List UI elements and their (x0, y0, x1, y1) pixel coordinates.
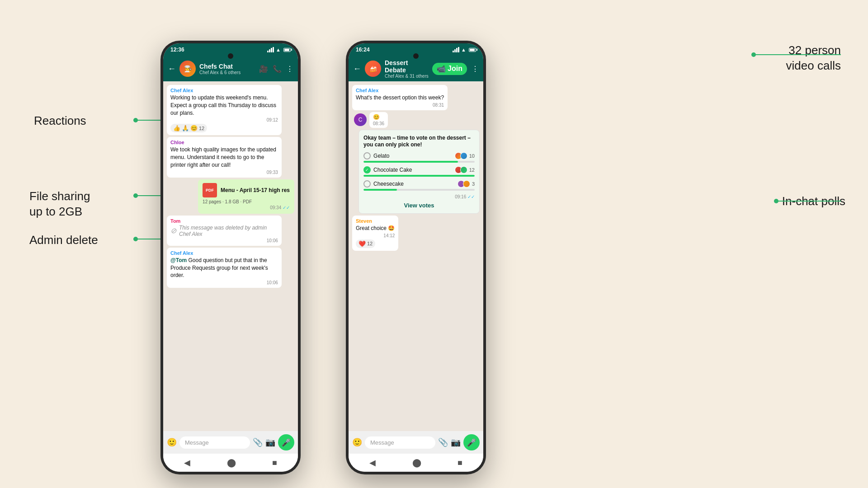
poll-fill-cheesecake (363, 189, 397, 191)
chloe-emoji: 😊 (373, 114, 380, 120)
nav-recents-left[interactable]: ■ (272, 458, 277, 468)
poll-circle-cheesecake (363, 180, 371, 188)
phone-right: 16:24 ▲ (346, 41, 486, 474)
reaction-pray: 🙏 (182, 125, 189, 131)
video-call-icon[interactable]: 🎥 (259, 65, 268, 73)
poll-option-cake[interactable]: ✓ Chocolate Cake 12 (363, 166, 475, 177)
text-steven: Great choice 🤩 (356, 225, 395, 232)
join-button[interactable]: 📹 Join (432, 63, 467, 75)
poll-gelato-count: 10 (469, 153, 475, 159)
reaction-thumbsup: 👍 (173, 125, 180, 131)
message-chef-alex-1: Chef Alex Working to update this weekend… (167, 85, 282, 135)
poll-bar-gelato (363, 161, 475, 163)
wifi-icon-right: ▲ (461, 47, 466, 52)
reaction-row-steven: ❤️ 12 (356, 239, 375, 248)
attach-icon-left[interactable]: 📎 (253, 437, 263, 447)
mic-button-left[interactable]: 🎤 (278, 434, 294, 450)
text-chef-alex-2: @Tom Good question but put that in the P… (170, 257, 278, 279)
menu-icon[interactable]: ⋮ (286, 65, 293, 73)
emoji-icon-right[interactable]: 🙂 (352, 437, 362, 447)
nav-back-left[interactable]: ◀ (184, 458, 190, 468)
status-icons-right: ▲ (453, 47, 476, 52)
phone-call-icon[interactable]: 📞 (273, 65, 282, 73)
message-tom-deleted: Tom ⊘ This message was deleted by admin … (167, 216, 282, 246)
phone-right-device: 16:24 ▲ (346, 41, 486, 474)
chat-subtitle-right: Chef Alex & 31 others (385, 74, 429, 79)
back-button-left[interactable]: ← (168, 64, 176, 74)
poll-option-cheesecake-row: Cheesecake 3 (363, 180, 475, 188)
header-icons-right: 📹 Join ⋮ (432, 63, 479, 75)
poll-bar-cake (363, 175, 475, 177)
mic-button-right[interactable]: 🎤 (463, 434, 480, 450)
nav-recents-right[interactable]: ■ (458, 458, 462, 468)
message-chef-alex-dessert: Chef Alex What's the dessert option this… (352, 85, 448, 110)
poll-circle-gelato (363, 152, 371, 160)
chloe-avatar-small: C (354, 113, 367, 126)
chat-header-right: ← 🍰 Dessert Debate Chef Alex & 31 others… (349, 56, 483, 81)
file-time: 09:34 ✓✓ (203, 205, 290, 210)
chat-name-left: Chefs Chat (199, 63, 255, 70)
poll-tick: ✓✓ (467, 194, 475, 199)
time-chef-alex-2: 10:06 (170, 280, 278, 285)
poll-cake-name: Chocolate Cake (373, 167, 412, 173)
time-steven: 14:12 (356, 233, 395, 238)
chat-input-bar-right: 🙂 Message 📎 📷 🎤 (349, 431, 483, 454)
header-avatar-right: 🍰 (365, 61, 381, 77)
join-video-icon: 📹 (437, 65, 446, 73)
nav-home-left[interactable]: ⬤ (227, 458, 236, 468)
poll-option-gelato-row: Gelato 10 (363, 152, 475, 160)
time-chloe-1: 09:33 (170, 170, 278, 175)
poll-bar-cheesecake (363, 189, 475, 191)
signal-icon (267, 47, 274, 52)
nav-back-right[interactable]: ◀ (369, 458, 376, 468)
poll-avatars-gelato (455, 152, 467, 160)
time-chloe-reaction: 08:36 (373, 121, 384, 126)
phone-left: 12:36 ▲ (160, 41, 301, 474)
camera-icon-right[interactable]: 📷 (451, 437, 461, 447)
emoji-icon-left[interactable]: 🙂 (167, 437, 177, 447)
message-input-left[interactable]: Message (179, 436, 250, 449)
poll-cheesecake-count: 3 (472, 181, 475, 187)
poll-option-cake-left: ✓ Chocolate Cake (363, 166, 412, 174)
chloe-reaction-message: C 😊 08:36 (354, 112, 388, 128)
text-chloe-1: We took high quality images for the upda… (170, 146, 278, 169)
chat-input-bar-left: 🙂 Message 📎 📷 🎤 (163, 431, 298, 454)
header-icons-left: 🎥 📞 ⋮ (259, 65, 293, 73)
sender-steven: Steven (356, 218, 395, 224)
phone-left-device: 12:36 ▲ (160, 41, 301, 474)
phone-right-screen: 16:24 ▲ (349, 43, 483, 472)
view-votes-button[interactable]: View votes (363, 202, 475, 209)
mention-tom: @Tom (170, 257, 187, 263)
chat-subtitle-left: Chef Alex & 6 others (199, 70, 255, 75)
nav-home-right[interactable]: ⬤ (412, 458, 421, 468)
text-chef-alex-1: Working to update this weekend's menu. E… (170, 94, 278, 117)
reaction-count-steven: 12 (367, 241, 373, 246)
camera-notch-left (228, 53, 233, 59)
sender-chloe-1: Chloe (170, 140, 278, 145)
camera-icon-left[interactable]: 📷 (265, 437, 275, 447)
poll-option-gelato[interactable]: Gelato 10 (363, 152, 475, 163)
poll-title: Okay team – time to vote on the dessert … (363, 135, 475, 149)
avatar-img-right: 🍰 (365, 61, 381, 77)
time-chef-alex-1: 09:12 (170, 117, 278, 122)
attach-icon-right[interactable]: 📎 (438, 437, 448, 447)
poll-option-cheesecake[interactable]: Cheesecake 3 (363, 180, 475, 191)
status-time-left: 12:36 (170, 47, 184, 53)
poll-avatars-cheesecake (458, 180, 470, 188)
chat-header-left: ← 👨‍🍳 Chefs Chat Chef Alex & 6 others 🎥 … (163, 56, 298, 81)
poll-fill-cake (363, 175, 475, 177)
message-input-right[interactable]: Message (365, 436, 435, 449)
pdf-icon: PDF (203, 183, 217, 197)
back-button-right[interactable]: ← (353, 64, 361, 74)
nav-bar-right: ◀ ⬤ ■ (349, 454, 483, 472)
join-label: Join (448, 65, 462, 73)
avatar-cake-2 (460, 166, 467, 174)
poll-message: Okay team – time to vote on the dessert … (359, 130, 480, 214)
avatar-cheesecake-2 (463, 180, 470, 188)
menu-icon-right[interactable]: ⋮ (472, 65, 479, 73)
header-info-right: Dessert Debate Chef Alex & 31 others (385, 59, 429, 79)
reaction-heart: ❤️ (359, 240, 366, 247)
poll-gelato-name: Gelato (373, 153, 389, 159)
deleted-message: ⊘ This message was deleted by admin Chef… (170, 225, 278, 237)
avatar-gelato-2 (460, 152, 467, 160)
